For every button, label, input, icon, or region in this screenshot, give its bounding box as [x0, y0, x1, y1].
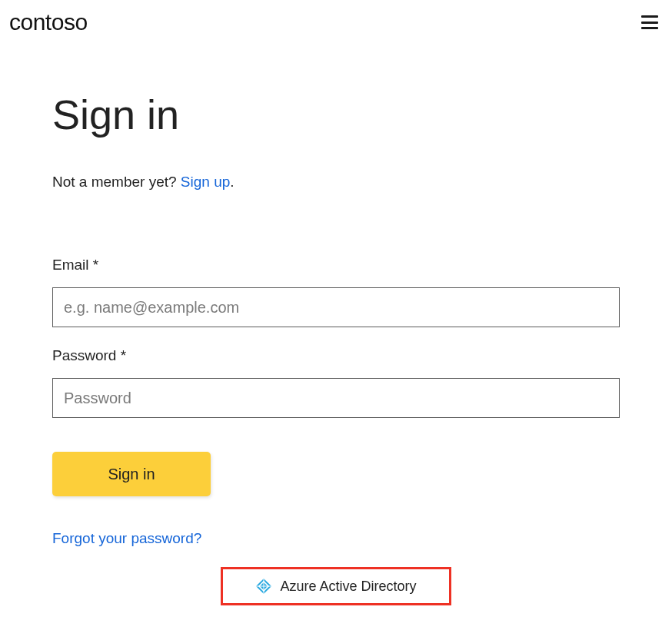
password-input[interactable]: [52, 378, 620, 418]
signin-form-container: Sign in Not a member yet? Sign up. Email…: [0, 45, 672, 605]
form-actions: Sign in Forgot your password?: [52, 452, 620, 547]
svg-rect-4: [256, 585, 271, 587]
azure-ad-icon: [255, 578, 272, 595]
email-label: Email *: [52, 257, 620, 274]
email-field-group: Email *: [52, 257, 620, 327]
signup-prompt: Not a member yet? Sign up.: [52, 174, 620, 191]
email-input[interactable]: [52, 287, 620, 327]
page-title: Sign in: [52, 91, 620, 138]
azure-sso-button[interactable]: Azure Active Directory: [221, 567, 451, 605]
signup-period: .: [230, 174, 234, 190]
signup-link[interactable]: Sign up: [181, 174, 230, 190]
forgot-password-link[interactable]: Forgot your password?: [52, 530, 201, 547]
page-header: contoso: [0, 0, 672, 45]
password-field-group: Password *: [52, 347, 620, 418]
azure-sso-label: Azure Active Directory: [280, 579, 416, 595]
signin-button[interactable]: Sign in: [52, 452, 211, 496]
brand-logo: contoso: [9, 9, 88, 35]
password-label: Password *: [52, 347, 620, 364]
hamburger-menu-icon[interactable]: [641, 15, 658, 29]
signup-prefix: Not a member yet?: [52, 174, 181, 190]
